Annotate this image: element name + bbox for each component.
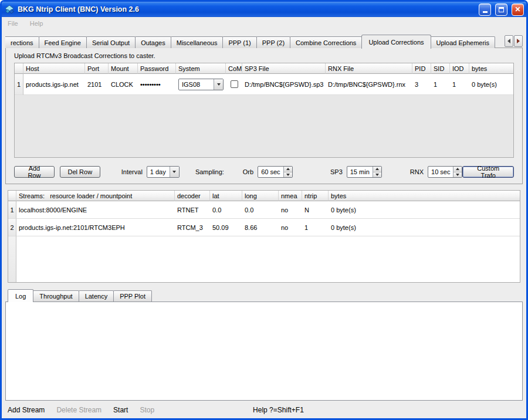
column-header-system[interactable]: System — [176, 63, 226, 74]
column-header-rownum — [15, 63, 23, 74]
column-header-pid[interactable]: PID — [412, 63, 431, 74]
long-cell[interactable]: 0.0 — [242, 201, 279, 219]
tab-miscellaneous[interactable]: Miscellaneous — [171, 36, 224, 48]
long-cell[interactable]: 8.66 — [242, 219, 279, 236]
combobox-dropdown-button[interactable] — [214, 79, 223, 90]
nmea-cell[interactable]: no — [279, 219, 302, 236]
nmea-cell[interactable]: no — [279, 201, 302, 219]
mount-cell[interactable]: CLOCK — [109, 74, 138, 95]
decoder-cell[interactable]: RTCM_3 — [175, 219, 210, 236]
column-header-port[interactable]: Port — [85, 63, 109, 74]
iod-cell[interactable]: 1 — [450, 74, 469, 95]
row-number-gutter — [8, 236, 16, 282]
tab-scroll-left-button[interactable] — [505, 35, 513, 47]
orb-value: 60 sec — [258, 167, 283, 177]
tab-outages[interactable]: Outages — [135, 36, 171, 48]
column-header-bytes[interactable]: bytes — [329, 191, 520, 201]
mountpoint-cell[interactable]: localhost:8000/ENGINE — [16, 201, 175, 219]
rnx-value: 10 sec — [428, 167, 453, 177]
column-header-long[interactable]: long — [242, 191, 279, 201]
spin-down-button[interactable] — [284, 172, 292, 178]
ntrip-cell[interactable]: N — [302, 201, 329, 219]
column-header-com[interactable]: CoM — [226, 63, 242, 74]
menu-help[interactable]: Help — [29, 19, 49, 28]
sp3-spinbox[interactable]: 15 min — [347, 166, 382, 178]
column-header-password[interactable]: Password — [138, 63, 176, 74]
chevron-down-icon — [172, 171, 176, 173]
password-cell[interactable]: ••••••••• — [138, 74, 176, 95]
title-bar[interactable]: BKG Ntrip Client (BNC) Version 2.6 ✕ — [2, 2, 526, 17]
spin-up-button[interactable] — [373, 167, 381, 172]
rnx-spinbox[interactable]: 10 sec — [428, 166, 462, 178]
column-header-mountpoint[interactable]: Streams: resource loader / mountpoint — [16, 191, 175, 201]
rnx-file-cell[interactable]: D:/tmp/BNC${GPSWD}.rnx — [326, 74, 412, 95]
sp3-spin-buttons — [373, 167, 381, 177]
tab-latency[interactable]: Latency — [79, 290, 114, 302]
tab-scroll-right-button[interactable] — [514, 35, 523, 47]
column-header-ntrip[interactable]: ntrip — [302, 191, 329, 201]
stop-button[interactable]: Stop — [140, 406, 154, 414]
ntrip-cell[interactable]: 1 — [302, 219, 329, 236]
start-button[interactable]: Start — [113, 406, 128, 414]
column-header-iod[interactable]: IOD — [450, 63, 469, 74]
add-row-button[interactable]: Add Row — [14, 166, 55, 178]
status-bar: Add Stream Delete Stream Start Stop Help… — [2, 402, 526, 418]
spin-down-button[interactable] — [373, 172, 381, 178]
table-row[interactable]: 2 products.igs-ip.net:2101/RTCM3EPH RTCM… — [8, 219, 520, 236]
sp3-file-cell[interactable]: D:/tmp/BNC${GPSWD}.sp3 — [242, 74, 326, 95]
upload-table-header: Host Port Mount Password System CoM SP3 … — [15, 63, 513, 74]
panel-description: Upload RTCMv3 Broadcast Corrections to c… — [14, 52, 515, 59]
column-header-sid[interactable]: SID — [431, 63, 450, 74]
tab-broadcast-corrections[interactable]: rections — [5, 36, 39, 48]
com-cell — [226, 74, 242, 95]
tab-combine-corrections[interactable]: Combine Corrections — [290, 36, 362, 48]
column-header-lat[interactable]: lat — [210, 191, 242, 201]
spin-down-button[interactable] — [453, 172, 462, 178]
log-output[interactable] — [5, 302, 523, 401]
column-header-rnx-file[interactable]: RNX File — [326, 63, 412, 74]
arrow-up-icon — [456, 168, 459, 170]
system-combobox[interactable]: IGS08 — [178, 79, 224, 90]
column-header-host[interactable]: Host — [23, 63, 85, 74]
host-cell[interactable]: products.igs-ip.net — [23, 74, 85, 95]
column-header-nmea[interactable]: nmea — [279, 191, 302, 201]
com-checkbox[interactable] — [231, 80, 238, 88]
spin-up-button[interactable] — [453, 167, 462, 172]
spin-up-button[interactable] — [284, 167, 292, 172]
column-header-decoder[interactable]: decoder — [175, 191, 210, 201]
tab-ppp-plot[interactable]: PPP Plot — [113, 290, 152, 302]
tab-serial-output[interactable]: Serial Output — [86, 36, 136, 48]
menu-bar: File Help — [2, 17, 526, 29]
column-header-sp3-file[interactable]: SP3 File — [242, 63, 326, 74]
decoder-cell[interactable]: RTNET — [175, 201, 210, 219]
tab-throughput[interactable]: Throughput — [33, 290, 79, 302]
orb-spinbox[interactable]: 60 sec — [258, 166, 293, 178]
tab-feed-engine[interactable]: Feed Engine — [39, 36, 87, 48]
tab-upload-corrections[interactable]: Upload Corrections — [361, 35, 431, 49]
table-row: 1 products.igs-ip.net 2101 CLOCK •••••••… — [15, 74, 513, 95]
interval-dropdown-button[interactable] — [170, 167, 179, 177]
sid-cell[interactable]: 1 — [431, 74, 450, 95]
column-header-mount[interactable]: Mount — [109, 63, 138, 74]
interval-combobox[interactable]: 1 day — [147, 166, 180, 178]
tab-log[interactable]: Log — [8, 289, 33, 302]
menu-file[interactable]: File — [6, 19, 24, 28]
rnx-label: RNX — [410, 168, 424, 175]
custom-trafo-button[interactable]: Custom Trafo — [462, 166, 514, 178]
pid-cell[interactable]: 3 — [412, 74, 431, 95]
add-stream-button[interactable]: Add Stream — [8, 406, 45, 414]
tab-ppp-1[interactable]: PPP (1) — [222, 36, 256, 48]
close-button[interactable]: ✕ — [512, 4, 524, 16]
delete-stream-button[interactable]: Delete Stream — [56, 406, 101, 414]
mountpoint-cell[interactable]: products.igs-ip.net:2101/RTCM3EPH — [16, 219, 175, 236]
tab-ppp-2[interactable]: PPP (2) — [256, 36, 290, 48]
tab-upload-ephemeris[interactable]: Upload Ephemeris — [431, 36, 496, 48]
del-row-button[interactable]: Del Row — [60, 166, 100, 178]
lat-cell[interactable]: 50.09 — [210, 219, 242, 236]
port-cell[interactable]: 2101 — [85, 74, 109, 95]
table-row[interactable]: 1 localhost:8000/ENGINE RTNET 0.0 0.0 no… — [8, 201, 520, 219]
maximize-button[interactable] — [495, 4, 507, 16]
lat-cell[interactable]: 0.0 — [210, 201, 242, 219]
minimize-button[interactable] — [479, 4, 491, 16]
column-header-bytes[interactable]: bytes — [469, 63, 513, 74]
